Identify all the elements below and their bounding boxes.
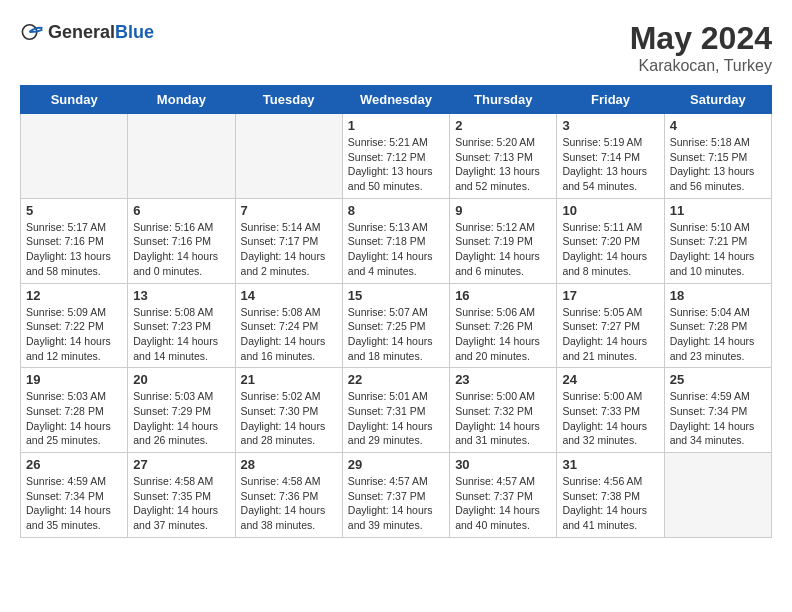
calendar-header: SundayMondayTuesdayWednesdayThursdayFrid… [21,86,772,114]
day-info: Sunrise: 5:08 AM Sunset: 7:23 PM Dayligh… [133,305,229,364]
calendar-cell: 26Sunrise: 4:59 AM Sunset: 7:34 PM Dayli… [21,453,128,538]
calendar-cell: 13Sunrise: 5:08 AM Sunset: 7:23 PM Dayli… [128,283,235,368]
day-info: Sunrise: 5:20 AM Sunset: 7:13 PM Dayligh… [455,135,551,194]
day-info: Sunrise: 5:02 AM Sunset: 7:30 PM Dayligh… [241,389,337,448]
day-info: Sunrise: 4:59 AM Sunset: 7:34 PM Dayligh… [26,474,122,533]
calendar-cell: 6Sunrise: 5:16 AM Sunset: 7:16 PM Daylig… [128,198,235,283]
logo-icon [20,20,44,44]
week-row-2: 5Sunrise: 5:17 AM Sunset: 7:16 PM Daylig… [21,198,772,283]
day-number: 25 [670,372,766,387]
calendar-cell [128,114,235,199]
day-info: Sunrise: 5:11 AM Sunset: 7:20 PM Dayligh… [562,220,658,279]
calendar-cell: 11Sunrise: 5:10 AM Sunset: 7:21 PM Dayli… [664,198,771,283]
header: GeneralBlue May 2024 Karakocan, Turkey [20,20,772,75]
calendar-cell: 3Sunrise: 5:19 AM Sunset: 7:14 PM Daylig… [557,114,664,199]
day-number: 13 [133,288,229,303]
day-number: 26 [26,457,122,472]
calendar-cell [235,114,342,199]
calendar-cell: 4Sunrise: 5:18 AM Sunset: 7:15 PM Daylig… [664,114,771,199]
calendar-cell: 28Sunrise: 4:58 AM Sunset: 7:36 PM Dayli… [235,453,342,538]
day-number: 24 [562,372,658,387]
day-info: Sunrise: 5:07 AM Sunset: 7:25 PM Dayligh… [348,305,444,364]
calendar-cell: 24Sunrise: 5:00 AM Sunset: 7:33 PM Dayli… [557,368,664,453]
day-number: 15 [348,288,444,303]
calendar-cell: 29Sunrise: 4:57 AM Sunset: 7:37 PM Dayli… [342,453,449,538]
day-number: 1 [348,118,444,133]
day-number: 8 [348,203,444,218]
day-info: Sunrise: 5:09 AM Sunset: 7:22 PM Dayligh… [26,305,122,364]
calendar-cell: 20Sunrise: 5:03 AM Sunset: 7:29 PM Dayli… [128,368,235,453]
day-info: Sunrise: 4:56 AM Sunset: 7:38 PM Dayligh… [562,474,658,533]
calendar-cell: 25Sunrise: 4:59 AM Sunset: 7:34 PM Dayli… [664,368,771,453]
calendar-title: May 2024 [630,20,772,57]
calendar-cell: 27Sunrise: 4:58 AM Sunset: 7:35 PM Dayli… [128,453,235,538]
calendar-cell: 8Sunrise: 5:13 AM Sunset: 7:18 PM Daylig… [342,198,449,283]
day-info: Sunrise: 4:57 AM Sunset: 7:37 PM Dayligh… [455,474,551,533]
day-info: Sunrise: 5:04 AM Sunset: 7:28 PM Dayligh… [670,305,766,364]
day-number: 5 [26,203,122,218]
day-info: Sunrise: 5:19 AM Sunset: 7:14 PM Dayligh… [562,135,658,194]
calendar-table: SundayMondayTuesdayWednesdayThursdayFrid… [20,85,772,538]
day-number: 30 [455,457,551,472]
header-cell-wednesday: Wednesday [342,86,449,114]
header-cell-sunday: Sunday [21,86,128,114]
calendar-cell: 17Sunrise: 5:05 AM Sunset: 7:27 PM Dayli… [557,283,664,368]
calendar-cell: 12Sunrise: 5:09 AM Sunset: 7:22 PM Dayli… [21,283,128,368]
calendar-cell: 23Sunrise: 5:00 AM Sunset: 7:32 PM Dayli… [450,368,557,453]
week-row-4: 19Sunrise: 5:03 AM Sunset: 7:28 PM Dayli… [21,368,772,453]
day-info: Sunrise: 5:00 AM Sunset: 7:33 PM Dayligh… [562,389,658,448]
calendar-cell: 19Sunrise: 5:03 AM Sunset: 7:28 PM Dayli… [21,368,128,453]
day-info: Sunrise: 5:16 AM Sunset: 7:16 PM Dayligh… [133,220,229,279]
logo: GeneralBlue [20,20,154,44]
day-number: 9 [455,203,551,218]
calendar-cell: 21Sunrise: 5:02 AM Sunset: 7:30 PM Dayli… [235,368,342,453]
header-row: SundayMondayTuesdayWednesdayThursdayFrid… [21,86,772,114]
day-number: 4 [670,118,766,133]
day-info: Sunrise: 5:03 AM Sunset: 7:28 PM Dayligh… [26,389,122,448]
calendar-cell: 2Sunrise: 5:20 AM Sunset: 7:13 PM Daylig… [450,114,557,199]
day-info: Sunrise: 4:57 AM Sunset: 7:37 PM Dayligh… [348,474,444,533]
day-number: 3 [562,118,658,133]
day-number: 22 [348,372,444,387]
day-info: Sunrise: 5:03 AM Sunset: 7:29 PM Dayligh… [133,389,229,448]
day-info: Sunrise: 5:21 AM Sunset: 7:12 PM Dayligh… [348,135,444,194]
week-row-1: 1Sunrise: 5:21 AM Sunset: 7:12 PM Daylig… [21,114,772,199]
day-number: 10 [562,203,658,218]
calendar-cell: 9Sunrise: 5:12 AM Sunset: 7:19 PM Daylig… [450,198,557,283]
day-info: Sunrise: 4:58 AM Sunset: 7:35 PM Dayligh… [133,474,229,533]
day-number: 31 [562,457,658,472]
day-number: 6 [133,203,229,218]
calendar-body: 1Sunrise: 5:21 AM Sunset: 7:12 PM Daylig… [21,114,772,538]
header-cell-monday: Monday [128,86,235,114]
calendar-cell: 18Sunrise: 5:04 AM Sunset: 7:28 PM Dayli… [664,283,771,368]
day-number: 11 [670,203,766,218]
day-number: 20 [133,372,229,387]
day-info: Sunrise: 5:13 AM Sunset: 7:18 PM Dayligh… [348,220,444,279]
header-cell-thursday: Thursday [450,86,557,114]
day-info: Sunrise: 5:18 AM Sunset: 7:15 PM Dayligh… [670,135,766,194]
day-number: 28 [241,457,337,472]
calendar-cell: 5Sunrise: 5:17 AM Sunset: 7:16 PM Daylig… [21,198,128,283]
day-info: Sunrise: 4:59 AM Sunset: 7:34 PM Dayligh… [670,389,766,448]
day-info: Sunrise: 5:06 AM Sunset: 7:26 PM Dayligh… [455,305,551,364]
day-info: Sunrise: 5:01 AM Sunset: 7:31 PM Dayligh… [348,389,444,448]
day-number: 12 [26,288,122,303]
day-info: Sunrise: 5:12 AM Sunset: 7:19 PM Dayligh… [455,220,551,279]
day-number: 2 [455,118,551,133]
week-row-3: 12Sunrise: 5:09 AM Sunset: 7:22 PM Dayli… [21,283,772,368]
day-number: 27 [133,457,229,472]
day-number: 18 [670,288,766,303]
calendar-cell [664,453,771,538]
calendar-cell: 15Sunrise: 5:07 AM Sunset: 7:25 PM Dayli… [342,283,449,368]
day-number: 21 [241,372,337,387]
header-cell-friday: Friday [557,86,664,114]
calendar-cell: 7Sunrise: 5:14 AM Sunset: 7:17 PM Daylig… [235,198,342,283]
calendar-cell: 14Sunrise: 5:08 AM Sunset: 7:24 PM Dayli… [235,283,342,368]
day-number: 29 [348,457,444,472]
day-info: Sunrise: 5:00 AM Sunset: 7:32 PM Dayligh… [455,389,551,448]
day-number: 16 [455,288,551,303]
day-info: Sunrise: 5:05 AM Sunset: 7:27 PM Dayligh… [562,305,658,364]
calendar-cell: 22Sunrise: 5:01 AM Sunset: 7:31 PM Dayli… [342,368,449,453]
day-number: 7 [241,203,337,218]
day-number: 23 [455,372,551,387]
